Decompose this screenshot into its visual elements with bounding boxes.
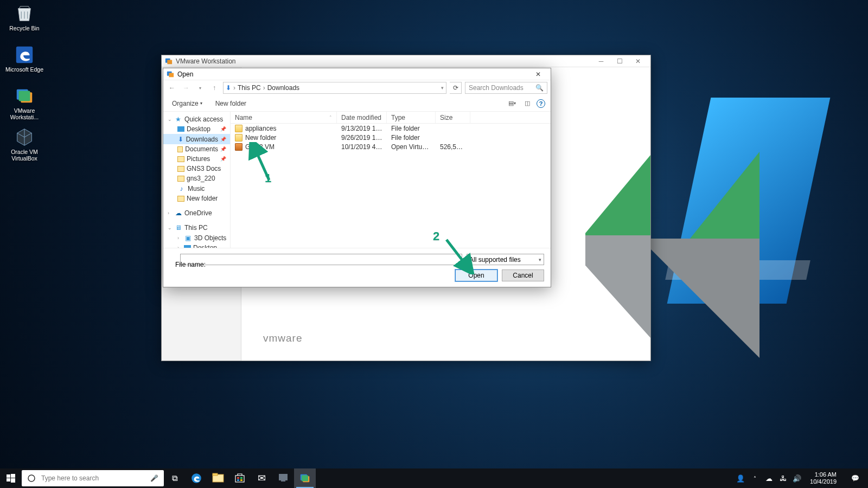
- refresh-button[interactable]: ⟳: [450, 82, 462, 94]
- search-placeholder: Type here to search: [41, 474, 99, 482]
- dialog-title: Open: [177, 70, 193, 78]
- file-name: GNS3 VM: [245, 143, 275, 151]
- tree-quick-access[interactable]: ⌄★Quick access: [163, 114, 230, 124]
- tree-3d-objects[interactable]: ›▣3D Objects: [163, 233, 230, 243]
- col-name[interactable]: Name˄: [231, 112, 337, 123]
- breadcrumb-path[interactable]: ⬇ › This PC › Downloads ▾: [223, 82, 446, 94]
- folder-icon: [177, 196, 184, 202]
- virtualbox-desktop-icon[interactable]: Oracle VM VirtualBox: [4, 127, 44, 164]
- vmware-icon: [165, 57, 173, 65]
- filename-input[interactable]: [180, 254, 462, 265]
- taskbar: Type here to search 🎤 ⧉ ✉ 👤 ˄ ☁ 🖧 🔊 1:06…: [0, 468, 868, 488]
- pin-icon: 📌: [220, 146, 228, 152]
- file-name: appliances: [245, 125, 276, 132]
- action-center-button[interactable]: 💬: [845, 468, 865, 488]
- taskbar-store[interactable]: [229, 468, 251, 488]
- onedrive-tray-icon[interactable]: ☁: [764, 474, 773, 483]
- svg-rect-22: [281, 480, 285, 481]
- file-type: File folder: [387, 134, 436, 142]
- preview-pane-button[interactable]: ◫: [521, 98, 533, 109]
- nav-forward-button[interactable]: →: [181, 82, 192, 93]
- network-icon[interactable]: 🖧: [778, 474, 787, 483]
- minimize-button[interactable]: ─: [592, 56, 610, 67]
- vmware-icon: [167, 70, 174, 78]
- music-icon: ♪: [177, 184, 186, 192]
- col-type[interactable]: Type: [387, 112, 436, 123]
- system-tray: 👤 ˄ ☁ 🖧 🔊 1:06 AM 10/4/2019 💬: [736, 468, 868, 488]
- tree-new-folder[interactable]: New folder: [163, 194, 230, 203]
- taskbar-clock[interactable]: 1:06 AM 10/4/2019: [807, 471, 840, 485]
- taskbar-vmware[interactable]: [294, 468, 316, 488]
- tray-expand-icon[interactable]: ˄: [750, 474, 759, 483]
- taskbar-mail[interactable]: ✉: [251, 468, 272, 488]
- tree-gns3-220[interactable]: gns3_220: [163, 174, 230, 183]
- taskbar-app[interactable]: [272, 468, 294, 488]
- close-button[interactable]: ✕: [629, 56, 647, 67]
- svg-rect-21: [279, 474, 288, 480]
- nav-back-button[interactable]: ←: [167, 82, 177, 93]
- clock-date: 10/4/2019: [810, 478, 837, 485]
- new-folder-button[interactable]: New folder: [212, 98, 250, 109]
- tree-documents[interactable]: Documents📌: [163, 144, 230, 154]
- cancel-button[interactable]: Cancel: [502, 269, 544, 281]
- desktop-icon: [177, 126, 184, 132]
- crumb-downloads[interactable]: Downloads: [267, 84, 299, 92]
- folder-icon: [177, 176, 184, 182]
- chevron-down-icon[interactable]: ▾: [441, 85, 444, 91]
- file-type-filter[interactable]: All supported files▾: [467, 254, 544, 265]
- start-button[interactable]: [0, 468, 22, 488]
- dialog-close-button[interactable]: ✕: [529, 69, 547, 80]
- icon-label: VMware Workstati...: [4, 107, 44, 120]
- svg-rect-25: [302, 476, 308, 481]
- cortana-icon: [27, 474, 36, 483]
- task-view-icon: ⧉: [172, 473, 178, 483]
- taskbar-file-explorer[interactable]: [207, 468, 229, 488]
- nav-up-button[interactable]: ↑: [209, 82, 220, 93]
- file-row[interactable]: GNS3 VM10/1/2019 4:49 AMOpen Virtualizat…: [231, 142, 551, 151]
- tree-this-pc[interactable]: ⌄🖥This PC: [163, 222, 230, 233]
- view-options-button[interactable]: ▤ ▾: [506, 98, 518, 109]
- dialog-titlebar[interactable]: Open ✕: [163, 68, 551, 80]
- desktop-icons: Recycle Bin Microsoft Edge VMware Workst…: [4, 3, 48, 168]
- recycle-bin-desktop-icon[interactable]: Recycle Bin: [4, 3, 44, 40]
- col-size[interactable]: Size: [436, 112, 470, 123]
- 3d-icon: ▣: [184, 234, 192, 242]
- maximize-button[interactable]: ☐: [610, 56, 629, 67]
- file-list: Name˄ Date modified Type Size appliances…: [231, 112, 551, 248]
- tree-pc-desktop[interactable]: ›Desktop: [163, 243, 230, 248]
- tree-gns3-docs[interactable]: GNS3 Docs: [163, 164, 230, 174]
- volume-icon[interactable]: 🔊: [793, 474, 801, 483]
- folder-icon: [177, 166, 184, 172]
- file-row[interactable]: appliances9/13/2019 1:39 AMFile folder: [231, 124, 551, 133]
- file-size: 526,555 KB: [436, 143, 470, 151]
- vmware-titlebar[interactable]: VMware Workstation ─ ☐ ✕: [162, 55, 650, 67]
- crumb-this-pc[interactable]: This PC: [238, 84, 261, 92]
- tree-downloads[interactable]: ⬇Downloads📌: [163, 134, 230, 144]
- col-date[interactable]: Date modified: [337, 112, 387, 123]
- nav-recent-button[interactable]: ▾: [195, 82, 206, 93]
- file-type: Open Virtualizatio...: [387, 143, 436, 151]
- taskbar-search[interactable]: Type here to search 🎤: [22, 470, 164, 486]
- edge-desktop-icon[interactable]: Microsoft Edge: [4, 44, 44, 81]
- tree-music[interactable]: ♪Music: [163, 183, 230, 194]
- svg-rect-18: [240, 477, 242, 479]
- vmware-desktop-icon[interactable]: VMware Workstati...: [4, 86, 44, 123]
- microphone-icon[interactable]: 🎤: [150, 474, 158, 482]
- file-rows[interactable]: appliances9/13/2019 1:39 AMFile folderNe…: [231, 124, 551, 248]
- taskbar-edge[interactable]: [186, 468, 207, 488]
- desktop-icon: [184, 245, 191, 248]
- search-box[interactable]: Search Downloads 🔍: [465, 82, 547, 94]
- tree-onedrive[interactable]: ›☁OneDrive: [163, 208, 230, 218]
- app-icon: [278, 473, 289, 484]
- people-icon[interactable]: 👤: [736, 474, 745, 483]
- task-view-button[interactable]: ⧉: [164, 468, 186, 488]
- tree-desktop[interactable]: Desktop📌: [163, 124, 230, 134]
- open-button[interactable]: Open: [455, 269, 497, 281]
- organize-button[interactable]: Organize▾: [169, 98, 206, 109]
- svg-rect-8: [7, 474, 10, 478]
- file-row[interactable]: New folder9/26/2019 11:10 PMFile folder: [231, 133, 551, 142]
- help-button[interactable]: ?: [537, 99, 545, 108]
- tree-pictures[interactable]: Pictures📌: [163, 154, 230, 164]
- nav-tree[interactable]: ⌄★Quick access Desktop📌 ⬇Downloads📌 Docu…: [163, 112, 231, 248]
- svg-rect-17: [237, 477, 239, 479]
